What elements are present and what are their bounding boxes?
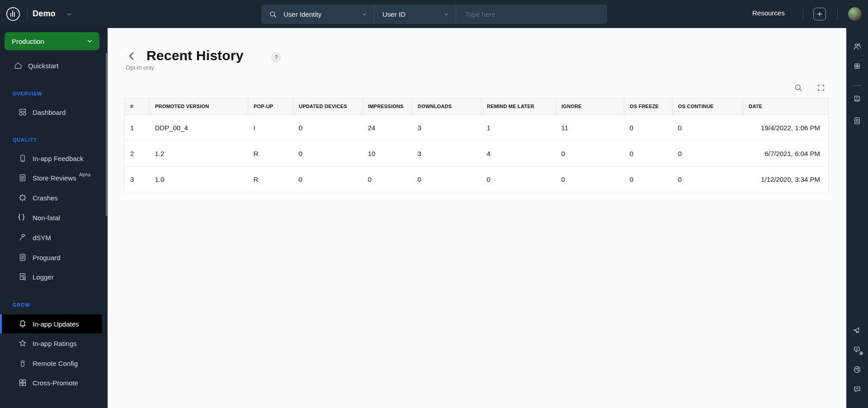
sidebar-item-in-app-feedback[interactable]: In-app Feedback xyxy=(0,150,102,166)
sidebar-item-label: Logger xyxy=(33,273,54,281)
sidebar-item-label: Cross-Promote xyxy=(33,379,78,387)
crash-burst-icon xyxy=(18,193,27,202)
table-cell: 0 xyxy=(673,141,743,166)
sidebar-item-dashboard[interactable]: Dashboard xyxy=(0,104,102,120)
dashboard-icon xyxy=(18,108,27,117)
table-cell: 1 xyxy=(125,115,150,141)
table-row[interactable]: 2 1.2 R 0 10 3 4 0 0 0 6/7/2021, 6:04 PM xyxy=(125,141,829,166)
table-cell: 0 xyxy=(673,115,743,141)
bell-icon xyxy=(18,319,27,328)
table-cell: 2 xyxy=(125,141,150,166)
table-cell: 1.2 xyxy=(150,141,248,166)
grid-icon xyxy=(18,378,27,387)
sidebar-item-in-app-ratings[interactable]: In-app Ratings xyxy=(0,335,102,351)
column-header: IMPRESSIONS xyxy=(363,98,412,115)
table-cell: 0 xyxy=(293,115,363,141)
sidebar-scrollbar[interactable] xyxy=(106,53,107,216)
column-header: # xyxy=(125,98,150,115)
topbar: Demo User Identity User ID xyxy=(0,0,868,28)
global-search-bar: User Identity User ID xyxy=(261,5,607,24)
table-cell: 0 xyxy=(624,115,673,141)
table-cell: 3 xyxy=(412,141,481,166)
table-cell: 10 xyxy=(363,141,412,166)
search-field-value: User ID xyxy=(382,10,406,18)
sidebar-item-crashes[interactable]: Crashes xyxy=(0,190,102,206)
table-cell: 3 xyxy=(412,115,481,141)
table-row[interactable]: 3 1.0 R 0 0 0 0 0 0 0 1/12/2020, 3:34 PM xyxy=(125,166,829,192)
sidebar-item-dsym[interactable]: dSYM xyxy=(0,229,102,246)
sidebar-item-remote-config[interactable]: Remote Config xyxy=(0,355,102,371)
add-button[interactable] xyxy=(813,8,826,20)
column-header: DOWNLOADS xyxy=(412,98,481,115)
document-lines-icon xyxy=(18,173,27,182)
column-header: PROMOTED VERSION xyxy=(150,98,248,115)
clover-icon[interactable] xyxy=(853,62,862,71)
table-cell: I xyxy=(248,115,293,141)
table-cell: 6/7/2021, 6:04 PM xyxy=(743,141,829,166)
document-icon[interactable] xyxy=(853,116,862,125)
table-cell: 4 xyxy=(481,141,556,166)
chevron-down-icon xyxy=(86,38,93,45)
table-cell: R xyxy=(248,141,293,166)
sidebar-item-label: Dashboard xyxy=(33,109,66,116)
sidebar-item-non-fatal[interactable]: { } Non-fatal xyxy=(0,209,102,226)
document-search-icon xyxy=(18,272,27,281)
fullscreen-icon[interactable] xyxy=(816,83,826,92)
avatar[interactable] xyxy=(848,7,862,21)
resources-link[interactable]: Resources xyxy=(752,9,785,17)
chat-icon[interactable] xyxy=(853,345,862,354)
sidebar-item-label: Crashes xyxy=(33,194,58,202)
sidebar-item-logger[interactable]: Logger xyxy=(0,269,102,285)
table-cell: 0 xyxy=(412,166,481,192)
app-root: Demo User Identity User ID xyxy=(0,0,868,408)
search-input[interactable] xyxy=(456,10,607,18)
table-cell: 0 xyxy=(556,141,624,166)
table-cell: 3 xyxy=(125,166,150,192)
palette-icon[interactable] xyxy=(853,365,862,374)
sidebar-item-store-reviews[interactable]: Store Reviews Alpha xyxy=(0,170,102,186)
section-label-quality: QUALITY xyxy=(13,137,37,142)
table-cell: 0 xyxy=(624,141,673,166)
remote-config-icon xyxy=(18,359,27,368)
back-button[interactable] xyxy=(127,51,137,62)
column-header: OS FREEZE xyxy=(624,98,673,115)
search-category-value: User Identity xyxy=(283,10,321,18)
help-icon[interactable]: ? xyxy=(271,52,281,62)
chevron-down-icon xyxy=(443,11,449,18)
table-cell: 1.0 xyxy=(150,166,248,192)
sidebar-item-quickstart[interactable]: Quickstart xyxy=(0,57,102,74)
sidebar-item-proguard[interactable]: Proguard xyxy=(0,249,102,266)
table-cell: 0 xyxy=(673,166,743,192)
search-field-select[interactable]: User ID xyxy=(374,10,456,18)
table-search-icon[interactable] xyxy=(794,83,803,92)
environment-selector[interactable]: Production xyxy=(5,32,99,50)
environment-value: Production xyxy=(12,38,44,45)
sidebar-item-label: Remote Config xyxy=(33,360,78,367)
sidebar-item-label: Non-fatal xyxy=(33,214,60,222)
search-category-select[interactable]: User Identity xyxy=(283,10,374,18)
project-name[interactable]: Demo xyxy=(33,9,56,19)
search-icon xyxy=(269,10,277,19)
app-logo-icon[interactable] xyxy=(5,6,21,22)
table-cell: 0 xyxy=(363,166,412,192)
notification-dot xyxy=(859,351,863,355)
table-row[interactable]: 1 DDP_00_4 I 0 24 3 1 11 0 0 19/4/2022, … xyxy=(125,115,829,141)
sidebar-item-cross-promote[interactable]: Cross-Promote xyxy=(0,375,102,391)
column-header: REMIND ME LATER xyxy=(481,98,556,115)
book-icon[interactable] xyxy=(853,94,862,103)
table-cell: 0 xyxy=(556,166,624,192)
column-header: POP-UP xyxy=(248,98,293,115)
braces-icon: { } xyxy=(18,213,27,222)
chevron-down-icon[interactable] xyxy=(66,11,72,18)
megaphone-icon[interactable] xyxy=(853,326,862,335)
feedback-bubble-icon[interactable] xyxy=(853,385,862,394)
document-lines-icon xyxy=(18,253,27,262)
sidebar-item-label: In-app Ratings xyxy=(33,340,77,347)
users-icon[interactable] xyxy=(853,42,862,51)
sidebar-item-in-app-updates[interactable]: In-app Updates xyxy=(0,314,102,333)
chevron-down-icon xyxy=(361,11,368,18)
column-header: OS CONTINUE xyxy=(673,98,743,115)
table-cell: 0 xyxy=(481,166,556,192)
sidebar-item-label: dSYM xyxy=(33,234,51,242)
table-cell: 19/4/2022, 1:06 PM xyxy=(743,115,829,141)
